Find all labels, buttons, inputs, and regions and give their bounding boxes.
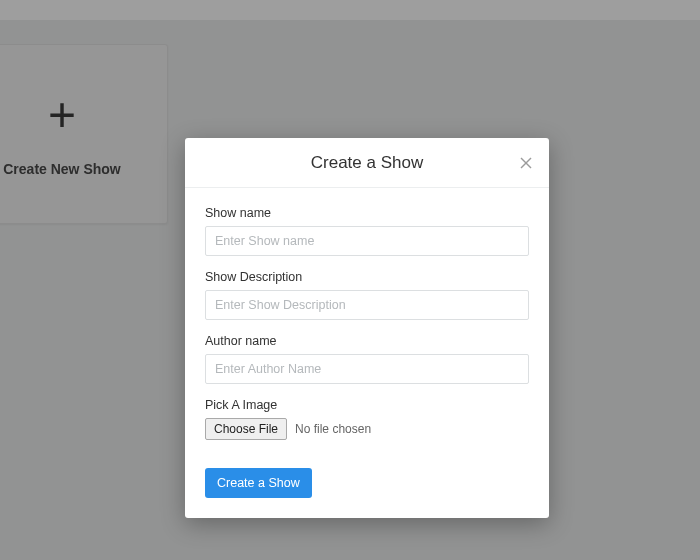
close-icon [520,157,532,169]
show-name-label: Show name [205,206,529,220]
show-description-group: Show Description [205,270,529,320]
image-group: Pick A Image Choose File No file chosen [205,398,529,440]
show-description-input[interactable] [205,290,529,320]
modal-header: Create a Show [185,138,549,188]
modal-title: Create a Show [311,153,423,173]
file-row: Choose File No file chosen [205,418,529,440]
choose-file-button[interactable]: Choose File [205,418,287,440]
show-name-group: Show name [205,206,529,256]
show-name-input[interactable] [205,226,529,256]
file-status: No file chosen [295,422,371,436]
create-show-modal: Create a Show Show name Show Description… [185,138,549,518]
close-button[interactable] [517,154,535,172]
image-label: Pick A Image [205,398,529,412]
author-name-group: Author name [205,334,529,384]
author-name-label: Author name [205,334,529,348]
modal-body: Show name Show Description Author name P… [185,188,549,518]
author-name-input[interactable] [205,354,529,384]
show-description-label: Show Description [205,270,529,284]
create-show-submit-button[interactable]: Create a Show [205,468,312,498]
